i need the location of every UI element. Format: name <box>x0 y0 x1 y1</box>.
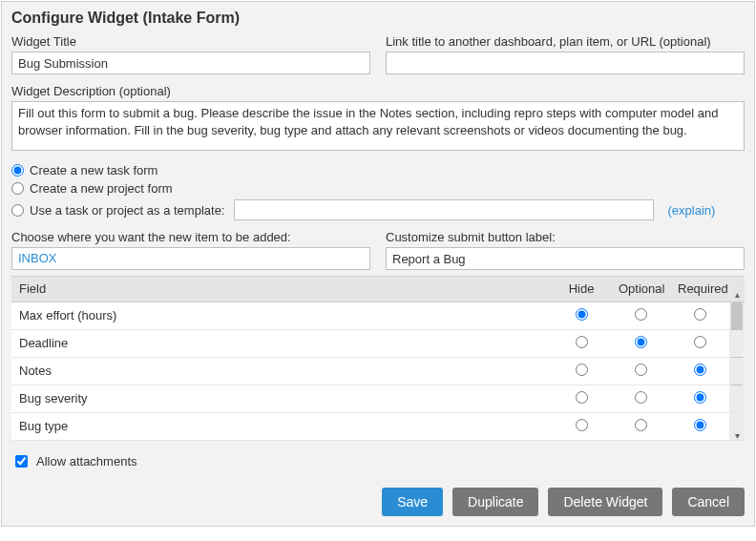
field-required-cell <box>670 329 729 357</box>
field-hide-radio[interactable] <box>576 336 588 348</box>
fields-table: Field Hide Optional Required Max effort … <box>11 276 745 441</box>
field-hide-radio[interactable] <box>576 391 588 404</box>
th-field: Field <box>11 277 552 302</box>
field-required-radio[interactable] <box>694 364 706 376</box>
scrollbar[interactable] <box>729 329 745 357</box>
table-row: Bug type▾ <box>11 412 745 440</box>
table-row: Max effort (hours)▴ <box>11 302 745 329</box>
field-hide-cell <box>552 412 611 440</box>
field-required-cell <box>670 412 729 440</box>
description-label: Widget Description (optional) <box>11 84 745 98</box>
field-required-cell <box>670 385 729 412</box>
form-type-task-label: Create a new task form <box>30 163 158 177</box>
field-hide-cell <box>552 385 611 412</box>
scrollbar[interactable]: ▴ <box>729 302 745 329</box>
field-optional-cell <box>611 329 670 357</box>
location-label: Choose where you want the new item to be… <box>11 230 370 244</box>
field-required-cell <box>670 357 729 385</box>
form-type-task-row[interactable]: Create a new task form <box>11 163 745 177</box>
table-row: Bug severity <box>11 385 745 412</box>
configure-widget-dialog: Configure Widget (Intake Form) Widget Ti… <box>1 1 755 527</box>
link-title-label: Link title to another dashboard, plan it… <box>386 34 745 49</box>
explain-link[interactable]: (explain) <box>667 203 715 218</box>
field-required-radio[interactable] <box>694 419 706 431</box>
scroll-up-icon[interactable]: ▴ <box>729 289 745 301</box>
field-hide-cell <box>552 329 611 357</box>
link-title-input[interactable] <box>386 52 745 74</box>
field-name-cell: Bug type <box>11 412 552 440</box>
scrollbar[interactable] <box>729 385 745 412</box>
table-row: Notes <box>11 357 745 385</box>
field-name-cell: Notes <box>11 357 552 385</box>
location-input[interactable]: INBOX <box>11 247 370 270</box>
field-optional-radio[interactable] <box>635 308 647 321</box>
form-type-template-label: Use a task or project as a template: <box>30 203 224 218</box>
field-name-cell: Bug severity <box>11 385 552 412</box>
dialog-title: Configure Widget (Intake Form) <box>11 10 745 27</box>
scrollbar[interactable] <box>729 357 745 385</box>
field-required-radio[interactable] <box>694 336 706 348</box>
field-required-cell <box>670 302 729 329</box>
field-optional-cell <box>611 412 670 440</box>
dialog-buttons: Save Duplicate Delete Widget Cancel <box>11 488 745 516</box>
field-name-cell: Deadline <box>11 329 552 357</box>
allow-attachments-label: Allow attachments <box>36 454 137 468</box>
form-type-project-row[interactable]: Create a new project form <box>11 181 745 196</box>
field-optional-cell <box>611 385 670 412</box>
field-hide-cell <box>552 357 611 385</box>
field-required-radio[interactable] <box>694 391 706 404</box>
field-hide-radio[interactable] <box>576 364 588 376</box>
save-button[interactable]: Save <box>382 488 443 516</box>
submit-label-input[interactable] <box>386 247 745 270</box>
delete-widget-button[interactable]: Delete Widget <box>548 488 662 516</box>
field-name-cell: Max effort (hours) <box>11 302 552 329</box>
widget-title-input[interactable] <box>11 52 370 74</box>
widget-title-label: Widget Title <box>11 34 370 49</box>
scroll-down-icon[interactable]: ▾ <box>729 430 745 442</box>
scrollbar[interactable]: ▾ <box>729 412 745 440</box>
th-hide: Hide <box>552 277 611 302</box>
field-optional-radio[interactable] <box>635 391 647 404</box>
th-required: Required <box>670 277 729 302</box>
form-type-task-radio[interactable] <box>11 164 24 177</box>
table-row: Deadline <box>11 329 745 357</box>
form-type-template-row: Use a task or project as a template: (ex… <box>11 199 745 220</box>
field-optional-radio[interactable] <box>635 364 647 376</box>
allow-attachments-row[interactable]: Allow attachments <box>11 452 745 470</box>
form-type-project-label: Create a new project form <box>30 181 173 196</box>
th-optional: Optional <box>611 277 670 302</box>
field-optional-radio[interactable] <box>635 336 647 348</box>
field-hide-radio[interactable] <box>576 419 588 431</box>
field-required-radio[interactable] <box>694 308 706 321</box>
field-hide-cell <box>552 302 611 329</box>
form-type-project-radio[interactable] <box>11 182 24 195</box>
template-input[interactable] <box>234 199 654 220</box>
submit-label-label: Customize submit button label: <box>386 230 745 244</box>
field-optional-radio[interactable] <box>635 419 647 431</box>
form-type-template-radio[interactable] <box>11 204 24 217</box>
field-optional-cell <box>611 357 670 385</box>
duplicate-button[interactable]: Duplicate <box>452 488 538 516</box>
cancel-button[interactable]: Cancel <box>672 488 745 516</box>
field-optional-cell <box>611 302 670 329</box>
description-textarea[interactable] <box>11 101 745 151</box>
field-hide-radio[interactable] <box>576 308 588 321</box>
allow-attachments-checkbox[interactable] <box>15 455 28 468</box>
